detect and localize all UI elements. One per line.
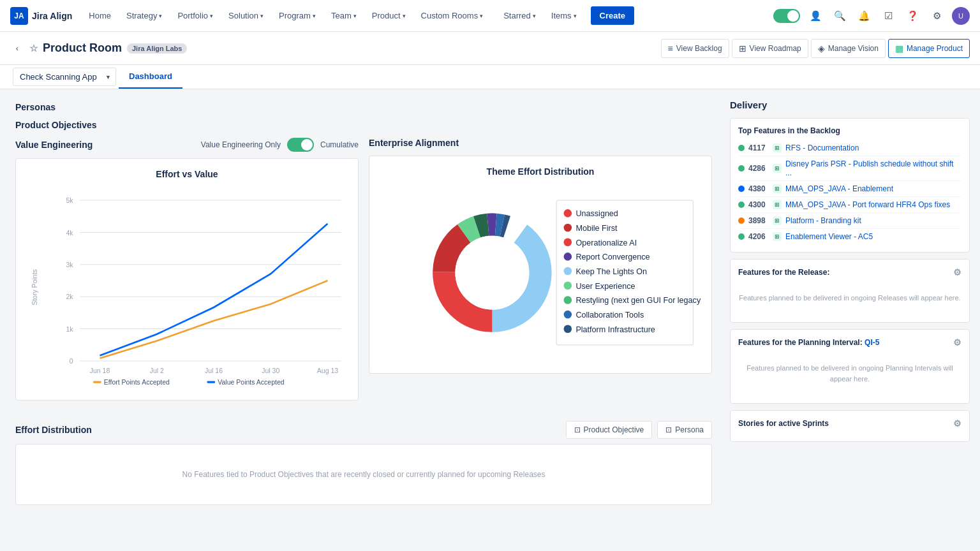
- feature-item-4380: 4380 ⊞ MMA_OPS_JAVA - Enablement: [738, 181, 961, 197]
- svg-text:Unassigned: Unassigned: [575, 209, 618, 218]
- search-icon[interactable]: 🔍: [831, 7, 849, 25]
- second-bar-actions: ≡ View Backlog ⊞ View Roadmap ◈ Manage V…: [661, 39, 970, 58]
- feature-link-4117[interactable]: RFS - Documentation: [785, 143, 859, 152]
- feature-dot-4286: [738, 165, 745, 172]
- svg-text:Jul 2: Jul 2: [150, 367, 164, 374]
- ve-toggle-label: Value Engineering Only: [201, 140, 281, 149]
- svg-point-40: [564, 267, 572, 276]
- feature-id-4117: 4117: [748, 143, 769, 152]
- env-toggle[interactable]: [773, 9, 800, 23]
- svg-text:2k: 2k: [66, 293, 73, 300]
- chart-title: Effort vs Value: [26, 169, 348, 179]
- feature-dot-4206: [738, 233, 745, 240]
- svg-text:Story Points: Story Points: [31, 269, 38, 305]
- help-icon[interactable]: ❓: [903, 7, 921, 25]
- checkbox-icon[interactable]: ☑: [879, 7, 897, 25]
- feature-type-icon-4300: ⊞: [773, 200, 782, 209]
- logo-text: Jira Align: [32, 11, 72, 21]
- donut-chart: Unassigned Mobile First Operationalize A…: [380, 184, 701, 361]
- product-objectives-title: Product Objectives: [15, 120, 712, 130]
- persona-button[interactable]: ⊡ Persona: [657, 421, 712, 439]
- bell-icon[interactable]: 🔔: [855, 7, 873, 25]
- nav-items[interactable]: Items ▾: [545, 7, 583, 24]
- svg-text:Jul 16: Jul 16: [205, 367, 223, 374]
- collapse-button[interactable]: ‹: [10, 41, 24, 55]
- sprints-gear-icon[interactable]: ⚙: [953, 418, 961, 429]
- backlog-card: Top Features in the Backlog 4117 ⊞ RFS -…: [730, 118, 970, 253]
- svg-text:1k: 1k: [66, 325, 73, 333]
- feature-item-3898: 3898 ⊞ Platform - Branding kit: [738, 213, 961, 229]
- feature-link-4380[interactable]: MMA_OPS_JAVA - Enablement: [785, 184, 893, 193]
- star-icon[interactable]: ☆: [29, 43, 38, 54]
- main-content: Personas Product Objectives Value Engine…: [0, 89, 980, 518]
- feature-type-icon-4206: ⊞: [773, 232, 782, 241]
- create-button[interactable]: Create: [591, 6, 634, 25]
- settings-icon[interactable]: ⚙: [928, 7, 946, 25]
- effort-value-chart-card: Effort vs Value 5k 4k: [15, 158, 359, 400]
- release-gear-icon[interactable]: ⚙: [953, 267, 961, 277]
- ve-toggle-switch[interactable]: [287, 138, 314, 152]
- nav-strategy[interactable]: Strategy ▾: [120, 7, 168, 24]
- delivery-title: Delivery: [730, 99, 970, 110]
- right-panel: Delivery Top Features in the Backlog 411…: [725, 89, 980, 518]
- ve-toggle-area: Value Engineering Only Cumulative: [201, 138, 359, 152]
- ea-chart-title: Theme Effort Distribution: [380, 166, 701, 177]
- view-roadmap-button[interactable]: ⊞ View Roadmap: [732, 39, 808, 58]
- view-backlog-button[interactable]: ≡ View Backlog: [661, 39, 729, 58]
- feature-id-4300: 4300: [748, 200, 769, 209]
- avatar[interactable]: U: [952, 7, 970, 25]
- feature-item-4286: 4286 ⊞ Disney Paris PSR - Publish schedu…: [738, 156, 961, 181]
- svg-point-44: [564, 296, 572, 304]
- svg-rect-18: [93, 381, 101, 383]
- top-nav: JA Jira Align Home Strategy ▾ Portfolio …: [0, 0, 980, 32]
- effort-dist-card: No Features tied to Product Objectives t…: [15, 444, 712, 505]
- svg-rect-20: [207, 381, 216, 383]
- sprints-card: Stories for active Sprints ⚙: [730, 410, 970, 442]
- product-obj-icon: ⊡: [574, 425, 581, 434]
- product-objectives-section: Product Objectives: [15, 120, 712, 130]
- svg-text:Operationalize AI: Operationalize AI: [575, 239, 637, 247]
- feature-type-icon-4117: ⊞: [773, 143, 782, 152]
- product-objective-button[interactable]: ⊡ Product Objective: [566, 421, 653, 439]
- nav-home[interactable]: Home: [82, 7, 117, 24]
- manage-product-button[interactable]: ▦ Manage Product: [888, 39, 970, 58]
- planning-interval-empty: Features planned to be delivered in ongo…: [738, 353, 961, 395]
- svg-point-38: [564, 253, 572, 261]
- feature-item-4206: 4206 ⊞ Enablement Viewer - AC5: [738, 229, 961, 244]
- feature-dot-4300: [738, 202, 745, 208]
- value-engineering-section: Value Engineering Value Engineering Only…: [15, 138, 359, 411]
- feature-type-icon-4286: ⊞: [773, 164, 782, 173]
- svg-text:3k: 3k: [66, 261, 73, 268]
- svg-text:Effort Points Accepted: Effort Points Accepted: [104, 378, 170, 386]
- nav-portfolio[interactable]: Portfolio ▾: [171, 7, 219, 24]
- effort-dist-empty: No Features tied to Product Objectives t…: [29, 457, 699, 492]
- nav-team[interactable]: Team ▾: [325, 7, 363, 24]
- planning-gear-icon[interactable]: ⚙: [953, 337, 961, 348]
- svg-text:Report Convergence: Report Convergence: [575, 253, 650, 261]
- feature-link-4286[interactable]: Disney Paris PSR - Publish schedule with…: [785, 159, 961, 177]
- ve-header: Value Engineering Value Engineering Only…: [15, 138, 359, 152]
- feature-id-4380: 4380: [748, 184, 769, 193]
- tab-dashboard[interactable]: Dashboard: [119, 65, 182, 89]
- nav-program[interactable]: Program ▾: [272, 7, 322, 24]
- svg-point-36: [564, 238, 572, 246]
- nav-custom-rooms[interactable]: Custom Rooms ▾: [415, 7, 490, 24]
- backlog-icon: ≡: [668, 43, 673, 54]
- nav-solution[interactable]: Solution ▾: [222, 7, 270, 24]
- cumulative-label: Cumulative: [320, 140, 359, 149]
- feature-link-3898[interactable]: Platform - Branding kit: [785, 216, 861, 225]
- user-icon[interactable]: 👤: [806, 7, 824, 25]
- left-panel: Personas Product Objectives Value Engine…: [0, 89, 725, 518]
- app-selector[interactable]: Check Scanning App: [13, 68, 116, 86]
- svg-text:User Experience: User Experience: [575, 282, 635, 291]
- feature-link-4206[interactable]: Enablement Viewer - AC5: [785, 232, 873, 241]
- product-icon: ▦: [895, 43, 903, 54]
- svg-text:0: 0: [70, 357, 73, 365]
- nav-product[interactable]: Product ▾: [366, 7, 412, 24]
- feature-id-3898: 3898: [748, 216, 769, 225]
- planning-interval-link[interactable]: QI-5: [865, 338, 879, 347]
- manage-vision-button[interactable]: ◈ Manage Vision: [811, 39, 886, 58]
- feature-link-4300[interactable]: MMA_OPS_JAVA - Port forward HFR4 Ops fix…: [785, 200, 950, 209]
- nav-starred[interactable]: Starred ▾: [497, 7, 542, 24]
- second-bar: ‹ ☆ Product Room Jira Align Labs ≡ View …: [0, 32, 980, 65]
